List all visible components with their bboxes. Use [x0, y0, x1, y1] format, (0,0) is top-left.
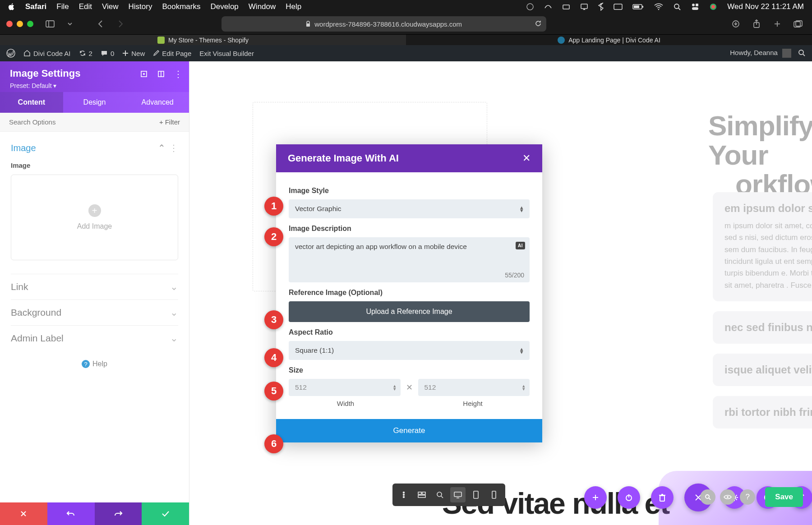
add-module-button[interactable]: [584, 486, 607, 509]
wp-comments[interactable]: 0: [101, 50, 114, 57]
control-center-icon[interactable]: [691, 3, 699, 11]
discard-button[interactable]: [0, 502, 47, 525]
ai-badge-icon[interactable]: AI: [516, 242, 525, 249]
modal-close-icon[interactable]: ✕: [522, 152, 531, 164]
width-sublabel: Width: [289, 400, 402, 407]
tab-advanced[interactable]: Advanced: [126, 92, 189, 113]
wp-search-icon[interactable]: [798, 49, 806, 58]
desktop-view-icon[interactable]: [450, 487, 466, 502]
wireframe-icon[interactable]: [414, 487, 429, 502]
page-accordion-2[interactable]: nec sed finibus nisi +: [713, 311, 812, 344]
image-section-header[interactable]: Image ⌃⋮: [11, 136, 178, 160]
save-button[interactable]: Save: [765, 487, 803, 507]
status-icon-1[interactable]: [526, 3, 534, 11]
battery-icon[interactable]: [632, 4, 644, 10]
menu-edit[interactable]: Edit: [79, 2, 92, 11]
page-accordion-3[interactable]: isque aliquet velit sit amet +: [713, 354, 812, 386]
add-image-text: Add Image: [77, 222, 112, 230]
menu-history[interactable]: History: [129, 2, 152, 11]
accordion-link[interactable]: Link⌄: [11, 274, 178, 299]
chevron-up-icon: ⌃: [158, 143, 166, 153]
chevron-down-icon: ⌄: [170, 333, 178, 344]
tab-content[interactable]: Content: [0, 92, 63, 113]
image-upload-box[interactable]: + Add Image: [11, 175, 178, 260]
window-close[interactable]: [6, 21, 13, 27]
image-desc-textarea[interactable]: vector art depicting an app workflow on …: [289, 237, 530, 282]
menu-view[interactable]: View: [102, 2, 119, 11]
expand-icon[interactable]: [139, 69, 148, 78]
wp-site-link[interactable]: Divi Code AI: [23, 50, 71, 57]
spinner-icon[interactable]: ▴▾: [522, 384, 525, 390]
mobile-view-icon[interactable]: [486, 487, 502, 502]
help-bubble[interactable]: ?: [740, 489, 755, 505]
power-button[interactable]: [618, 486, 640, 509]
kebab-icon[interactable]: ⋮: [169, 143, 178, 153]
apply-button[interactable]: [142, 502, 189, 525]
toolbar-kebab-icon[interactable]: [396, 487, 411, 502]
wp-updates[interactable]: 2: [79, 50, 92, 57]
zoom-icon[interactable]: [432, 487, 448, 502]
apple-logo-icon[interactable]: [8, 3, 15, 10]
image-style-select[interactable]: Vector Graphic ▴▾: [289, 199, 530, 218]
wp-new[interactable]: New: [122, 50, 145, 57]
find-bubble[interactable]: [700, 489, 715, 505]
sidebar-preset[interactable]: Preset: Default ▾: [10, 82, 179, 89]
accordion-admin-label[interactable]: Admin Label⌄: [11, 325, 178, 351]
tab-overview-icon[interactable]: [790, 17, 806, 31]
wifi-icon[interactable]: [654, 3, 663, 10]
accordion-background[interactable]: Background⌄: [11, 299, 178, 325]
app-name[interactable]: Safari: [25, 2, 46, 11]
window-minimize[interactable]: [17, 21, 23, 27]
columns-icon[interactable]: [157, 69, 166, 78]
browser-tab-divi[interactable]: App Landing Page | Divi Code AI: [406, 34, 812, 45]
reload-icon[interactable]: [535, 20, 542, 28]
menu-develop[interactable]: Develop: [210, 2, 238, 11]
bluetooth-icon[interactable]: [598, 3, 604, 11]
redo-button[interactable]: [95, 502, 142, 525]
generate-button[interactable]: Generate: [276, 419, 542, 442]
wp-exit-vb[interactable]: Exit Visual Builder: [199, 50, 254, 57]
nav-forward-icon[interactable]: [113, 17, 128, 31]
aspect-ratio-select[interactable]: Square (1:1) ▴▾: [289, 341, 530, 360]
screen-mirror-icon[interactable]: [580, 3, 588, 11]
search-input[interactable]: [9, 118, 159, 126]
window-controls: [6, 21, 33, 27]
page-accordion-4[interactable]: rbi tortor nibh fringilla +: [713, 396, 812, 428]
tab-design[interactable]: Design: [63, 92, 126, 113]
width-input[interactable]: 512▴▾: [289, 379, 401, 396]
visibility-bubble[interactable]: [720, 489, 735, 505]
kebab-icon[interactable]: ⋮: [174, 69, 183, 78]
window-zoom[interactable]: [27, 21, 33, 27]
menu-bookmarks[interactable]: Bookmarks: [162, 2, 200, 11]
tablet-view-icon[interactable]: [468, 487, 484, 502]
wp-edit-page[interactable]: Edit Page: [153, 50, 191, 57]
downloads-icon[interactable]: [728, 17, 743, 31]
tab-group-chevron-icon[interactable]: [62, 17, 78, 31]
wp-howdy[interactable]: Howdy, Deanna: [730, 49, 791, 58]
page-accordion-1[interactable]: em ipsum dolor sit amet m ipsum dolor si…: [713, 192, 812, 301]
url-field[interactable]: wordpress-784896-3788616.cloudwaysapps.c…: [221, 16, 546, 32]
filter-button[interactable]: + Filter: [159, 118, 180, 126]
nav-back-icon[interactable]: [93, 17, 108, 31]
undo-button[interactable]: [47, 502, 95, 525]
status-icon-2[interactable]: [544, 3, 552, 11]
upload-reference-button[interactable]: Upload a Reference Image: [289, 301, 530, 322]
folder-icon[interactable]: [562, 3, 570, 11]
browser-tab-shopify[interactable]: My Store - Themes - Shopify: [0, 34, 406, 45]
select-chevron-icon: ▴▾: [520, 206, 523, 212]
menu-help[interactable]: Help: [286, 2, 301, 11]
spinner-icon[interactable]: ▴▾: [393, 384, 396, 390]
menu-window[interactable]: Window: [249, 2, 276, 11]
menu-clock[interactable]: Wed Nov 22 11:21 AM: [727, 2, 804, 11]
wp-logo-icon[interactable]: [6, 49, 15, 58]
spotlight-icon[interactable]: [673, 3, 681, 11]
siri-icon[interactable]: [709, 3, 717, 11]
trash-button[interactable]: [651, 486, 674, 509]
sidebar-toggle-icon[interactable]: [42, 17, 58, 31]
share-icon[interactable]: [749, 17, 764, 31]
help-row[interactable]: ?Help: [11, 351, 178, 377]
menu-file[interactable]: File: [56, 2, 69, 11]
new-tab-icon[interactable]: [770, 17, 785, 31]
height-input[interactable]: 512▴▾: [418, 379, 530, 396]
keyboard-icon[interactable]: [614, 4, 623, 10]
